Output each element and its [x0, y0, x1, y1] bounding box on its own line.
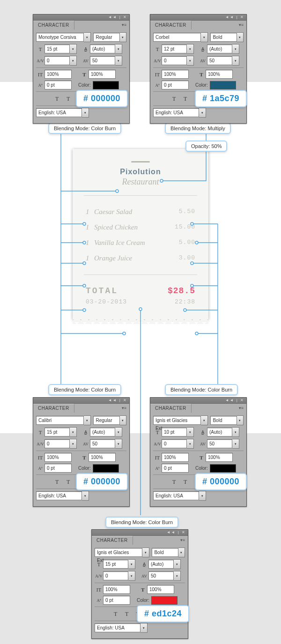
- dropdown-icon[interactable]: ▾: [70, 56, 77, 66]
- window-controls-icon[interactable]: ◄◄ | ✕: [225, 15, 244, 19]
- language-input[interactable]: English: USA: [95, 623, 140, 632]
- dropdown-icon[interactable]: ▾: [128, 559, 135, 569]
- baseline-input[interactable]: 0 pt: [162, 464, 189, 473]
- dropdown-icon[interactable]: ▾: [232, 56, 239, 66]
- dropdown-icon[interactable]: ▾: [178, 548, 185, 557]
- dropdown-icon[interactable]: ▾: [70, 427, 77, 437]
- font-family-input[interactable]: Monotype Corsiva: [36, 33, 84, 42]
- hscale-input[interactable]: 100%: [89, 70, 116, 79]
- window-controls-icon[interactable]: ◄◄ | ✕: [167, 530, 186, 534]
- font-family-input[interactable]: Ignis et Glacies Ext...: [95, 548, 142, 557]
- font-style-input[interactable]: Bold: [210, 33, 237, 42]
- dropdown-icon[interactable]: ▾: [199, 491, 206, 501]
- hscale-input[interactable]: 100%: [147, 585, 174, 594]
- leading-input[interactable]: (Auto): [90, 44, 115, 53]
- window-controls-icon[interactable]: ◄◄ | ✕: [108, 398, 127, 402]
- baseline-input[interactable]: 0 pt: [44, 464, 72, 473]
- baseline-input[interactable]: 0 pt: [162, 81, 189, 89]
- baseline-input[interactable]: 0 pt: [103, 596, 130, 605]
- font-size-input[interactable]: 10 pt: [162, 428, 187, 437]
- dropdown-icon[interactable]: ▾: [237, 415, 244, 425]
- dropdown-icon[interactable]: ▾: [174, 559, 181, 569]
- kerning-input[interactable]: 0: [103, 571, 128, 580]
- dropdown-icon[interactable]: ▾: [174, 571, 181, 581]
- color-swatch[interactable]: [210, 464, 236, 473]
- vscale-input[interactable]: 100%: [162, 70, 189, 79]
- dropdown-icon[interactable]: ▾: [115, 44, 122, 54]
- character-tab[interactable]: CHARACTER: [92, 536, 133, 545]
- panel-menu-icon[interactable]: ▾≡: [239, 406, 244, 410]
- dropdown-icon[interactable]: ▾: [128, 571, 135, 581]
- leading-input[interactable]: (Auto): [90, 428, 115, 437]
- vscale-input[interactable]: 100%: [44, 453, 72, 462]
- leading-input[interactable]: (Auto): [207, 428, 232, 437]
- language-input[interactable]: English: USA: [153, 108, 199, 117]
- vscale-input[interactable]: 100%: [162, 453, 189, 462]
- dropdown-icon[interactable]: ▾: [187, 56, 194, 66]
- color-swatch[interactable]: [93, 464, 119, 473]
- panel-menu-icon[interactable]: ▾≡: [180, 538, 185, 542]
- dropdown-icon[interactable]: ▾: [70, 439, 77, 449]
- leading-input[interactable]: (Auto): [148, 560, 174, 569]
- leading-input[interactable]: (Auto): [207, 44, 232, 53]
- dropdown-icon[interactable]: ▾: [199, 108, 206, 118]
- dropdown-icon[interactable]: ▾: [232, 439, 239, 449]
- dropdown-icon[interactable]: ▾: [120, 415, 126, 425]
- baseline-input[interactable]: 0 pt: [44, 81, 72, 89]
- language-input[interactable]: English: USA: [153, 491, 199, 500]
- color-swatch[interactable]: [93, 81, 119, 89]
- color-swatch[interactable]: [210, 81, 236, 89]
- panel-menu-icon[interactable]: ▾≡: [122, 22, 126, 27]
- panel-menu-icon[interactable]: ▾≡: [239, 22, 244, 27]
- language-input[interactable]: English: USA: [36, 491, 82, 500]
- font-size-input[interactable]: 12 pt: [162, 44, 187, 53]
- window-controls-icon[interactable]: ◄◄ | ✕: [225, 398, 244, 402]
- tracking-input[interactable]: 50: [148, 571, 174, 580]
- vscale-input[interactable]: 100%: [44, 70, 72, 79]
- vscale-input[interactable]: 100%: [103, 585, 130, 594]
- dropdown-icon[interactable]: ▾: [187, 44, 194, 54]
- dropdown-icon[interactable]: ▾: [115, 439, 122, 449]
- font-family-input[interactable]: Corbel: [153, 33, 201, 42]
- font-style-input[interactable]: Bold: [210, 416, 237, 425]
- hscale-input[interactable]: 100%: [206, 70, 233, 79]
- window-controls-icon[interactable]: ◄◄ | ✕: [108, 15, 127, 19]
- dropdown-icon[interactable]: ▾: [115, 56, 122, 66]
- dropdown-icon[interactable]: ▾: [232, 44, 239, 54]
- dropdown-icon[interactable]: ▾: [187, 439, 194, 449]
- dropdown-icon[interactable]: ▾: [201, 32, 207, 42]
- font-style-input[interactable]: Regular: [93, 416, 119, 425]
- panel-menu-icon[interactable]: ▾≡: [122, 406, 126, 410]
- dropdown-icon[interactable]: ▾: [187, 427, 194, 437]
- color-swatch[interactable]: [151, 596, 177, 605]
- font-size-input[interactable]: 15 pt: [103, 560, 128, 569]
- dropdown-icon[interactable]: ▾: [120, 32, 126, 42]
- kerning-input[interactable]: 0: [44, 439, 70, 448]
- hscale-input[interactable]: 100%: [206, 453, 233, 462]
- dropdown-icon[interactable]: ▾: [201, 415, 207, 425]
- dropdown-icon[interactable]: ▾: [237, 32, 244, 42]
- dropdown-icon[interactable]: ▾: [82, 491, 89, 501]
- tracking-input[interactable]: 50: [207, 56, 232, 65]
- character-tab[interactable]: CHARACTER: [33, 21, 74, 30]
- dropdown-icon[interactable]: ▾: [82, 108, 89, 118]
- font-family-input[interactable]: Ignis et Glacies Ext...: [153, 416, 201, 425]
- tracking-input[interactable]: 50: [207, 439, 232, 448]
- tracking-input[interactable]: 50: [90, 56, 115, 65]
- dropdown-icon[interactable]: ▾: [115, 427, 122, 437]
- character-tab[interactable]: CHARACTER: [33, 404, 74, 413]
- font-size-input[interactable]: 15 pt: [44, 428, 70, 437]
- kerning-input[interactable]: 0: [44, 56, 70, 65]
- dropdown-icon[interactable]: ▾: [142, 548, 149, 557]
- dropdown-icon[interactable]: ▾: [70, 44, 77, 54]
- language-input[interactable]: English: USA: [36, 108, 82, 117]
- dropdown-icon[interactable]: ▾: [84, 32, 90, 42]
- hscale-input[interactable]: 100%: [89, 453, 116, 462]
- dropdown-icon[interactable]: ▾: [140, 623, 148, 633]
- character-tab[interactable]: CHARACTER: [150, 21, 192, 30]
- font-family-input[interactable]: Calibri: [36, 416, 84, 425]
- kerning-input[interactable]: 0: [162, 439, 187, 448]
- character-tab[interactable]: CHARACTER: [150, 404, 192, 413]
- dropdown-icon[interactable]: ▾: [232, 427, 239, 437]
- kerning-input[interactable]: 0: [162, 56, 187, 65]
